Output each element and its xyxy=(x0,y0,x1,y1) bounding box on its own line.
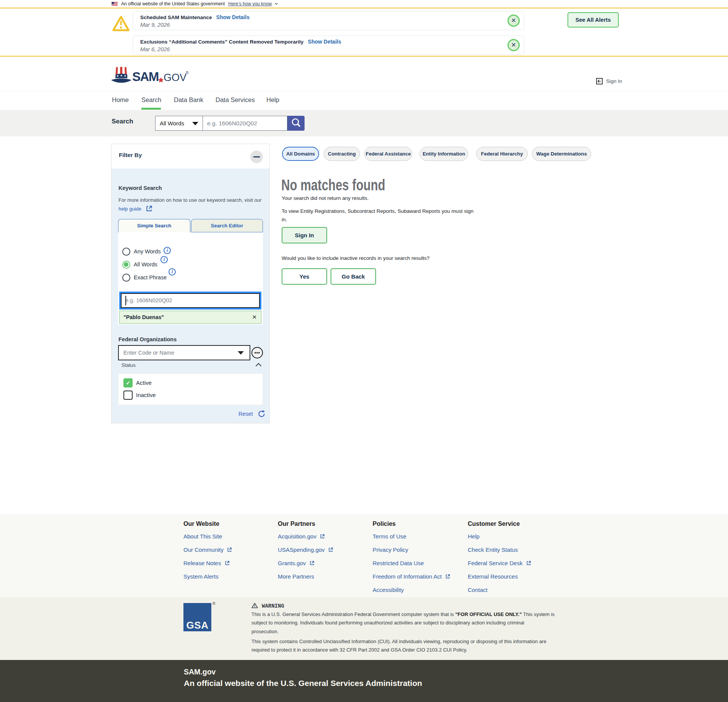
svg-text:®: ® xyxy=(186,71,189,75)
svg-text:SAM: SAM xyxy=(132,70,159,84)
svg-text:GOV: GOV xyxy=(164,72,186,83)
